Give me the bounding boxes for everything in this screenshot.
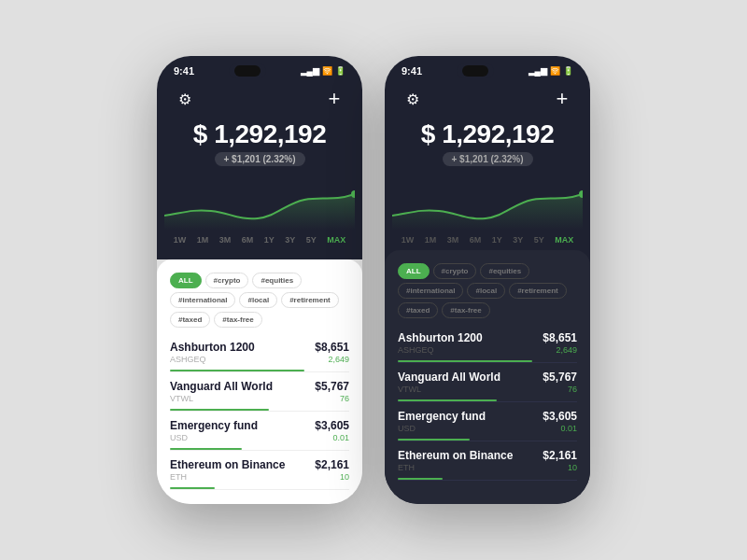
asset-bar-vanguard-dark <box>398 399 497 401</box>
range-3y-light[interactable]: 3Y <box>281 233 299 246</box>
range-1m-light[interactable]: 1M <box>193 233 213 246</box>
asset-bar-ethereum-light <box>170 487 215 489</box>
time-range-light: 1W 1M 3M 6M 1Y 3Y 5Y MAX <box>157 230 362 250</box>
range-max-dark[interactable]: MAX <box>551 233 577 246</box>
tag-local-dark[interactable]: #local <box>467 283 505 299</box>
balance-currency-light: $ <box>193 119 214 148</box>
range-5y-dark[interactable]: 5Y <box>530 233 548 246</box>
asset-bar-ashburton-light <box>170 370 304 371</box>
status-icons-dark: ▂▄▆ 🛜 🔋 <box>529 66 573 76</box>
asset-emergency-light[interactable]: Emergency fund USD $3,605 0.01 <box>170 412 349 451</box>
range-1y-light[interactable]: 1Y <box>261 233 278 246</box>
range-5y-light[interactable]: 5Y <box>303 233 320 246</box>
assets-list-light: Ashburton 1200 ASHGEQ $8,651 2,649 Vangu… <box>170 333 349 490</box>
asset-emergency-dark[interactable]: Emergency fund USD $3,605 0.01 <box>398 402 577 441</box>
tag-crypto-dark[interactable]: #crypto <box>433 263 477 279</box>
tags-dark: ALL #crypto #equities #international #lo… <box>398 258 577 324</box>
tag-local-light[interactable]: #local <box>239 292 277 308</box>
asset-bar-vanguard-light <box>170 409 269 411</box>
tags-light: ALL #crypto #equities #international #lo… <box>170 267 349 333</box>
range-3m-dark[interactable]: 3M <box>444 233 463 246</box>
range-1w-dark[interactable]: 1W <box>398 233 418 246</box>
tag-international-dark[interactable]: #international <box>398 283 463 299</box>
settings-button-light[interactable]: ⚙ <box>172 86 198 112</box>
range-3m-light[interactable]: 3M <box>216 233 235 246</box>
asset-bar-emergency-light <box>170 448 242 450</box>
balance-amount-light: 1,292,192 <box>214 119 326 148</box>
range-3y-dark[interactable]: 3Y <box>509 233 527 246</box>
asset-vanguard-light[interactable]: Vanguard All World VTWL $5,767 76 <box>170 372 349 412</box>
tag-crypto-light[interactable]: #crypto <box>205 273 249 288</box>
asset-ethereum-dark[interactable]: Ethereum on Binance ETH $2,161 10 <box>398 441 577 481</box>
tag-taxed-light[interactable]: #taxed <box>170 312 210 328</box>
asset-vanguard-dark[interactable]: Vanguard All World VTWL $5,767 76 <box>398 363 577 402</box>
asset-ethereum-light[interactable]: Ethereum on Binance ETH $2,161 10 <box>170 451 349 490</box>
range-6m-light[interactable]: 6M <box>238 233 258 246</box>
tag-taxfree-dark[interactable]: #tax-free <box>442 302 489 318</box>
phone-dark: 9:41 ▂▄▆ 🛜 🔋 ⚙ + $ 1,292,192 + $1,201 (2… <box>385 56 590 504</box>
asset-bar-ethereum-dark <box>398 478 443 480</box>
asset-ashburton-light[interactable]: Ashburton 1200 ASHGEQ $8,651 2,649 <box>170 333 349 372</box>
tag-retirement-dark[interactable]: #retirement <box>509 283 567 299</box>
tag-international-light[interactable]: #international <box>170 292 235 308</box>
range-1w-light[interactable]: 1W <box>170 233 190 246</box>
settings-button-dark[interactable]: ⚙ <box>400 86 426 112</box>
chart-light <box>157 174 362 230</box>
chart-dark <box>385 174 590 230</box>
phone-light: 9:41 ▂▄▆ 🛜 🔋 ⚙ + $ 1,292,192 + $1,201 (2… <box>157 56 362 504</box>
tag-taxfree-light[interactable]: #tax-free <box>214 312 261 328</box>
add-button-light[interactable]: + <box>321 86 347 112</box>
balance-currency-dark: $ <box>421 119 442 148</box>
balance-amount-dark: 1,292,192 <box>442 119 554 148</box>
tag-retirement-light[interactable]: #retirement <box>281 292 339 308</box>
assets-list-dark: Ashburton 1200 ASHGEQ $8,651 2,649 Vangu… <box>398 324 577 481</box>
tag-equities-dark[interactable]: #equities <box>480 263 529 279</box>
tag-all-light[interactable]: ALL <box>170 273 202 288</box>
tag-taxed-dark[interactable]: #taxed <box>398 302 438 318</box>
range-max-light[interactable]: MAX <box>323 233 349 246</box>
asset-bar-emergency-dark <box>398 439 470 441</box>
tag-equities-light[interactable]: #equities <box>252 273 302 288</box>
balance-change-light: + $1,201 (2.32%) <box>215 152 305 166</box>
range-6m-dark[interactable]: 6M <box>466 233 486 246</box>
asset-bar-ashburton-dark <box>398 360 532 362</box>
asset-ashburton-dark[interactable]: Ashburton 1200 ASHGEQ $8,651 2,649 <box>398 324 577 363</box>
range-1y-dark[interactable]: 1Y <box>488 233 506 246</box>
balance-change-dark: + $1,201 (2.32%) <box>443 152 533 166</box>
add-button-dark[interactable]: + <box>549 86 575 112</box>
status-icons-light: ▂▄▆ 🛜 🔋 <box>301 66 345 76</box>
status-time-light: 9:41 <box>174 65 194 77</box>
range-1m-dark[interactable]: 1M <box>421 233 441 246</box>
time-range-dark: 1W 1M 3M 6M 1Y 3Y 5Y MAX <box>385 230 590 250</box>
tag-all-dark[interactable]: ALL <box>398 263 430 279</box>
status-time-dark: 9:41 <box>402 65 422 77</box>
